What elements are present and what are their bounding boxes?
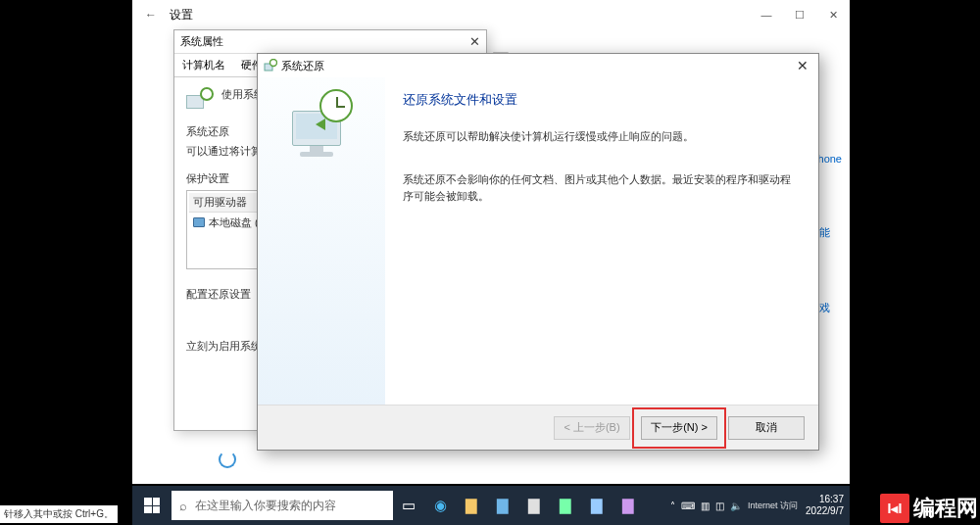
taskbar-time: 16:37 [806,494,844,505]
tray-chevron-up-icon[interactable]: ˄ [670,501,675,511]
settings-title: 设置 [170,7,193,24]
taskbar-clock[interactable]: 16:37 2022/9/7 [806,494,844,517]
loading-spinner-icon [219,451,236,468]
watermark-logo-icon: I◂I [880,494,909,523]
restore-close-button[interactable]: ✕ [793,58,812,73]
next-button[interactable]: 下一步(N) > [641,416,717,440]
watermark-text: 编程网 [913,494,978,523]
settings-back-button[interactable]: ← [140,8,162,22]
taskbar-search[interactable]: ⌕ 在这里输入你要搜索的内容 [172,491,393,520]
watermark: I◂I 编程网 [880,494,978,523]
restore-title: 系统还原 [281,59,324,73]
settings-maximize-button[interactable]: ☐ [783,0,816,29]
tray-keyboard-icon[interactable]: ⌨ [681,501,695,511]
taskbar-app-store[interactable]: ▇ [487,486,518,525]
sysprops-close-button[interactable]: ✕ [469,34,480,49]
search-placeholder: 在这里输入你要搜索的内容 [195,498,336,514]
taskbar-app-explorer[interactable]: ▇ [456,486,487,525]
system-restore-wizard: 系统还原 ✕ 还原系统文件和设置 系统还原可以帮助解决使计算机运行缓慢或停止响应… [257,53,819,451]
windows-logo-icon [144,498,160,513]
settings-minimize-button[interactable]: — [750,0,783,29]
tray-network-label: Internet 访问 [748,500,798,512]
taskbar-app-edge[interactable]: ◉ [424,486,456,525]
tray-network-icon[interactable]: ◫ [715,501,724,511]
taskbar-app-generic3[interactable]: ▇ [612,486,644,525]
restore-heading: 还原系统文件和设置 [403,91,799,109]
taskbar: ⌕ 在这里输入你要搜索的内容 ▭ ◉ ▇ ▇ ▇ ▇ ▇ ▇ ˄ ⌨ ▥ ◫ 🔈… [132,486,850,525]
back-button: < 上一步(B) [554,416,630,440]
taskbar-app-generic2[interactable]: ▇ [581,486,612,525]
restore-hero-icon [286,89,357,160]
search-icon: ⌕ [179,499,187,513]
taskbar-date: 2022/9/7 [806,505,844,517]
restore-small-icon [186,87,214,115]
start-button[interactable] [132,486,172,525]
tray-battery-icon[interactable]: ▥ [701,501,710,511]
restore-paragraph-2: 系统还原不会影响你的任何文档、图片或其他个人数据。最近安装的程序和驱动程序可能会… [403,171,799,206]
tray-volume-icon[interactable]: 🔈 [730,501,742,511]
restore-titlebar-icon [264,59,277,72]
sysprops-title: 系统属性 [180,34,223,49]
taskbar-app-generic1[interactable]: ▇ [550,486,581,525]
restore-left-panel [258,77,385,405]
next-button-highlight: 下一步(N) > [638,413,720,443]
drive-icon [193,217,205,227]
loading-row [219,451,236,468]
cancel-button[interactable]: 取消 [728,416,805,440]
svg-point-1 [270,60,277,67]
restore-paragraph-1: 系统还原可以帮助解决使计算机运行缓慢或停止响应的问题。 [403,128,799,146]
tab-computer-name[interactable]: 计算机名 [174,54,233,76]
taskbar-app-mail[interactable]: ▇ [518,486,550,525]
footer-hint: 针移入其中或按 Ctrl+G。 [0,505,118,523]
settings-close-button[interactable]: ✕ [816,0,850,29]
task-view-button[interactable]: ▭ [393,486,424,525]
